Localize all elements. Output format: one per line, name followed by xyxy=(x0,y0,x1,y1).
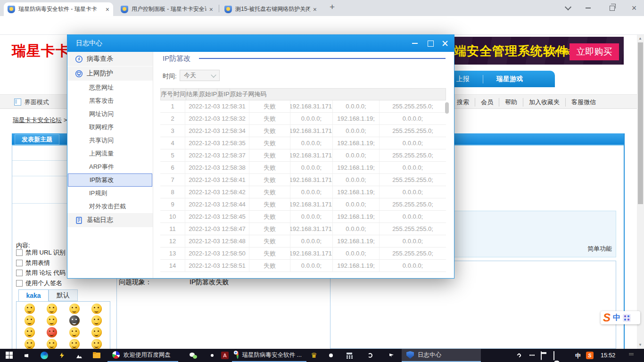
table-row[interactable]: 12 2022-12-03 12:58:48 失败 0.0.0.0; 192.1… xyxy=(160,235,446,247)
table-scrollbar-thumb[interactable] xyxy=(445,102,449,114)
ime-menu-grid-icon[interactable] xyxy=(623,314,631,322)
emoticon[interactable] xyxy=(25,304,35,314)
taskbar-chrome-button[interactable]: 瑞星防病毒安全软件 ... xyxy=(232,349,306,362)
simple-mode-link[interactable]: 简单功能 xyxy=(587,245,612,253)
tab-close-icon[interactable]: × xyxy=(209,6,213,13)
emoticon[interactable] xyxy=(69,304,80,314)
table-row[interactable]: 9 2022-12-03 12:58:44 失败 192.168.31.171;… xyxy=(160,198,446,211)
log-sidebar-subitem[interactable]: IP规则 xyxy=(67,187,153,200)
emoticon[interactable] xyxy=(25,327,35,337)
time-filter-select[interactable]: 今天 xyxy=(180,70,220,81)
emoticon[interactable] xyxy=(47,304,57,314)
column-header[interactable]: 结果 xyxy=(186,89,199,100)
table-row[interactable]: 5 2022-12-03 12:58:37 失败 192.168.31.171;… xyxy=(160,149,446,162)
sogou-ime-bar[interactable]: S 中 xyxy=(601,311,640,324)
clock[interactable]: 15:52 xyxy=(601,352,615,359)
emoticon[interactable] xyxy=(25,339,35,349)
emoticon[interactable] xyxy=(25,315,35,326)
toolbar-link[interactable]: 帮助 xyxy=(499,98,523,107)
ime-indicator[interactable]: 中 xyxy=(575,352,581,360)
sidebar-group-virus-scan[interactable]: 病毒查杀 xyxy=(67,52,153,66)
table-row[interactable]: 10 2022-12-03 12:58:45 失败 0.0.0.0; 192.1… xyxy=(160,211,446,223)
autocad-icon[interactable]: A xyxy=(221,352,229,359)
compose-checkbox-row[interactable]: 使用个人签名 xyxy=(16,279,62,288)
log-sidebar-subitem[interactable]: 黑客攻击 xyxy=(67,94,153,107)
browser-tab[interactable]: 用户控制面板 - 瑞星卡卡安全论 × xyxy=(117,2,217,16)
page-scrollbar-thumb[interactable] xyxy=(638,42,643,204)
network-monitor-icon[interactable] xyxy=(553,351,554,360)
sidebar-group-net-protect[interactable]: 上网防护 xyxy=(67,66,153,81)
emoticon[interactable] xyxy=(91,304,102,314)
mode-label[interactable]: 界面模式 xyxy=(25,98,49,107)
taskbar-log-center-button[interactable]: 日志中心 xyxy=(402,349,481,362)
table-row[interactable]: 7 2022-12-03 12:58:41 失败 192.168.31.171;… xyxy=(160,174,446,186)
dialog-close-button[interactable]: ✕ xyxy=(437,35,453,52)
compose-checkbox-row[interactable]: 禁用 论坛 代码 xyxy=(16,269,66,277)
page-scrollbar[interactable]: ▲ ▼ xyxy=(637,35,644,349)
nav-tab-game[interactable]: 瑞星游戏 xyxy=(496,75,523,83)
emote-tab-kaka[interactable]: kaka xyxy=(18,289,49,301)
checkbox[interactable] xyxy=(16,249,23,256)
tab-search-chevron-icon[interactable] xyxy=(559,0,577,16)
tab-close-icon[interactable]: × xyxy=(313,6,317,13)
checkbox[interactable] xyxy=(16,280,23,287)
emoticon[interactable] xyxy=(69,315,80,326)
log-sidebar-subitem[interactable]: 网址访问 xyxy=(67,107,153,121)
scroll-up-icon[interactable]: ▲ xyxy=(638,36,642,41)
emoticon[interactable] xyxy=(91,339,102,349)
scroll-down-icon[interactable]: ▼ xyxy=(638,343,642,347)
compose-checkbox-row[interactable]: 禁用表情 xyxy=(16,259,50,267)
log-sidebar-subitem[interactable]: ARP事件 xyxy=(67,160,153,173)
nav-tab-report[interactable]: 上报 xyxy=(456,75,470,83)
emoticon[interactable] xyxy=(69,327,80,337)
table-row[interactable]: 3 2022-12-03 12:58:34 失败 192.168.31.171;… xyxy=(160,125,446,137)
dialog-title-bar[interactable]: 日志中心 xyxy=(67,35,454,52)
log-sidebar-subitem[interactable]: 对外攻击拦截 xyxy=(67,200,153,213)
emoticon[interactable] xyxy=(69,339,80,349)
column-header[interactable]: 时间 xyxy=(173,89,186,100)
table-row[interactable]: 1 2022-12-03 12:58:31 失败 192.168.31.171;… xyxy=(160,100,446,113)
emoticon[interactable] xyxy=(47,327,57,337)
toolbar-link[interactable]: 加入收藏夹 xyxy=(523,98,565,107)
dialog-minimize-button[interactable] xyxy=(407,35,423,52)
breadcrumb-link[interactable]: 瑞星卡卡安全论坛 xyxy=(13,116,62,123)
checkbox[interactable] xyxy=(16,270,23,276)
tab-close-icon[interactable]: × xyxy=(106,6,109,13)
log-sidebar-subitem[interactable]: 上网流量 xyxy=(67,147,153,160)
checkbox[interactable] xyxy=(16,260,23,266)
toolbar-link[interactable]: 会员 xyxy=(475,98,499,107)
taskbar-baidu-netdisk-button[interactable]: 欢迎使用百度网盘 xyxy=(107,349,178,362)
emoticon[interactable] xyxy=(47,339,57,349)
sidebar-group-base-log[interactable]: 基础日志 xyxy=(67,213,153,228)
sogou-tray-icon[interactable]: S xyxy=(586,352,594,359)
column-header[interactable]: 原始IP xyxy=(199,89,217,100)
window-minimize-button[interactable] xyxy=(579,0,597,16)
table-row[interactable]: 14 2022-12-03 12:58:51 失败 0.0.0.0; 192.1… xyxy=(160,260,446,272)
new-topic-button[interactable]: 发表新主题 xyxy=(15,134,59,145)
log-sidebar-subitem[interactable]: 联网程序 xyxy=(67,121,153,134)
edge-icon[interactable] xyxy=(41,352,48,359)
emoticon[interactable] xyxy=(91,315,102,326)
battery-icon[interactable] xyxy=(541,351,542,360)
layout-mode-icon[interactable] xyxy=(14,99,21,106)
window-restore-button[interactable] xyxy=(603,0,621,16)
dialog-maximize-button[interactable] xyxy=(422,35,438,52)
toolbar-link[interactable]: 客服微信 xyxy=(565,98,602,107)
table-row[interactable]: 8 2022-12-03 12:58:42 失败 0.0.0.0; 192.16… xyxy=(160,186,446,198)
column-header[interactable]: 序号 xyxy=(161,89,173,100)
sogou-logo-icon[interactable]: S xyxy=(603,312,611,323)
ime-lang-indicator[interactable]: 中 xyxy=(613,313,620,323)
browser-tab-active[interactable]: 瑞星防病毒安全软件 - 瑞星卡卡 × xyxy=(4,2,113,16)
table-row[interactable]: 4 2022-12-03 12:58:35 失败 0.0.0.0; 192.16… xyxy=(160,137,446,149)
log-sidebar-subitem[interactable]: 共享访问 xyxy=(67,134,153,147)
crown-app-icon[interactable]: ♛ xyxy=(310,352,318,359)
table-row[interactable]: 6 2022-12-03 12:58:38 失败 0.0.0.0; 192.16… xyxy=(160,162,446,174)
buy-now-button[interactable]: 立即购买 xyxy=(570,43,619,60)
compose-checkbox-row[interactable]: 禁用 URL 识别 xyxy=(16,248,66,257)
column-header[interactable]: 新IP xyxy=(217,89,230,100)
table-row[interactable]: 11 2022-12-03 12:58:47 失败 192.168.31.171… xyxy=(160,223,446,235)
column-header[interactable]: 原始子网掩码 xyxy=(230,89,267,100)
emote-tab-default[interactable]: 默认 xyxy=(49,289,78,301)
emoticon[interactable] xyxy=(91,327,102,337)
emoticon[interactable] xyxy=(47,315,57,326)
